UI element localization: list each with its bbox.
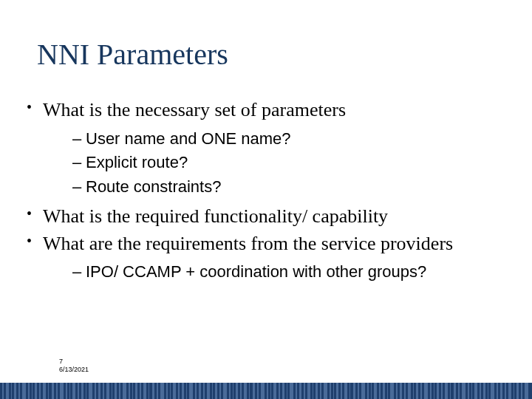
- svg-rect-110: [458, 383, 460, 399]
- svg-rect-18: [72, 383, 75, 399]
- svg-rect-44: [182, 383, 184, 399]
- svg-rect-67: [279, 383, 280, 399]
- svg-rect-8: [32, 383, 33, 399]
- sub-bullet-list: IPO/ CCAMP + coordination with other gro…: [43, 262, 502, 283]
- svg-rect-26: [106, 383, 109, 399]
- sub-bullet-list: User name and ONE name? Explicit route? …: [43, 129, 502, 198]
- svg-rect-72: [299, 383, 301, 399]
- svg-rect-87: [361, 383, 365, 399]
- svg-rect-59: [244, 383, 247, 399]
- svg-rect-85: [353, 383, 355, 399]
- svg-rect-89: [371, 383, 372, 399]
- svg-rect-1: [2, 383, 4, 399]
- svg-rect-0: [0, 383, 532, 399]
- svg-rect-68: [282, 383, 284, 399]
- svg-rect-104: [434, 383, 434, 399]
- svg-rect-9: [35, 383, 37, 399]
- svg-rect-30: [123, 383, 126, 399]
- svg-rect-58: [240, 383, 242, 399]
- svg-rect-41: [170, 383, 171, 399]
- svg-rect-101: [420, 383, 422, 399]
- svg-rect-95: [396, 383, 398, 399]
- svg-rect-23: [95, 383, 96, 399]
- svg-rect-40: [166, 383, 168, 399]
- svg-rect-100: [416, 383, 418, 399]
- svg-rect-121: [505, 383, 506, 399]
- svg-rect-122: [508, 383, 511, 399]
- svg-rect-60: [249, 383, 250, 399]
- svg-rect-107: [445, 383, 448, 399]
- svg-rect-76: [316, 383, 318, 399]
- svg-rect-49: [203, 383, 205, 399]
- svg-rect-106: [441, 383, 443, 399]
- bullet-item: What is the required functionality/ capa…: [22, 205, 502, 229]
- footer-date: 6/13/2021: [59, 366, 89, 374]
- svg-rect-82: [341, 383, 342, 399]
- svg-rect-4: [14, 383, 16, 399]
- svg-rect-71: [296, 383, 297, 399]
- svg-rect-69: [287, 383, 287, 399]
- slide-title: NNI Parameters: [37, 37, 532, 72]
- svg-rect-117: [488, 383, 488, 399]
- svg-rect-74: [307, 383, 310, 399]
- svg-rect-93: [387, 383, 388, 399]
- svg-rect-20: [81, 383, 83, 399]
- svg-rect-103: [430, 383, 432, 399]
- svg-rect-28: [115, 383, 117, 399]
- svg-rect-22: [89, 383, 92, 399]
- svg-rect-12: [48, 383, 49, 399]
- svg-rect-45: [186, 383, 187, 399]
- svg-rect-14: [56, 383, 58, 399]
- svg-rect-102: [424, 383, 428, 399]
- svg-rect-63: [261, 383, 265, 399]
- svg-rect-118: [491, 383, 494, 399]
- svg-rect-99: [413, 383, 414, 399]
- svg-rect-70: [290, 383, 293, 399]
- bottom-bar-decoration: [0, 383, 532, 399]
- svg-rect-88: [367, 383, 369, 399]
- svg-rect-38: [157, 383, 158, 399]
- bullet-text: What is the necessary set of parameters: [43, 99, 346, 120]
- svg-rect-90: [374, 383, 377, 399]
- svg-rect-62: [257, 383, 259, 399]
- footer-meta: 7 6/13/2021: [59, 358, 89, 374]
- sub-bullet-item: User name and ONE name?: [72, 129, 502, 150]
- svg-rect-78: [324, 383, 327, 399]
- svg-rect-35: [143, 383, 146, 399]
- svg-rect-47: [195, 383, 197, 399]
- svg-rect-46: [189, 383, 193, 399]
- svg-rect-81: [336, 383, 338, 399]
- svg-rect-64: [267, 383, 268, 399]
- svg-rect-86: [358, 383, 359, 399]
- svg-rect-116: [483, 383, 485, 399]
- svg-rect-33: [135, 383, 137, 399]
- svg-rect-39: [160, 383, 164, 399]
- svg-rect-105: [437, 383, 439, 399]
- svg-rect-83: [344, 383, 347, 399]
- svg-rect-50: [207, 383, 210, 399]
- svg-rect-77: [320, 383, 321, 399]
- svg-rect-34: [140, 383, 141, 399]
- svg-rect-37: [152, 383, 154, 399]
- svg-rect-120: [500, 383, 502, 399]
- bullet-text: What is the required functionality/ capa…: [43, 205, 388, 227]
- svg-rect-16: [66, 383, 67, 399]
- svg-rect-108: [450, 383, 451, 399]
- svg-rect-5: [18, 383, 20, 399]
- svg-rect-29: [119, 383, 120, 399]
- svg-rect-13: [52, 383, 54, 399]
- svg-rect-94: [390, 383, 394, 399]
- svg-rect-19: [78, 383, 79, 399]
- svg-rect-80: [333, 383, 334, 399]
- svg-rect-92: [383, 383, 385, 399]
- svg-rect-111: [462, 383, 466, 399]
- svg-rect-115: [480, 383, 481, 399]
- svg-rect-24: [98, 383, 100, 399]
- svg-rect-51: [212, 383, 213, 399]
- svg-rect-27: [112, 383, 112, 399]
- bullet-list: What is the necessary set of parameters …: [22, 98, 502, 283]
- svg-rect-48: [199, 383, 201, 399]
- svg-rect-7: [28, 383, 30, 399]
- svg-rect-54: [223, 383, 227, 399]
- svg-rect-43: [178, 383, 180, 399]
